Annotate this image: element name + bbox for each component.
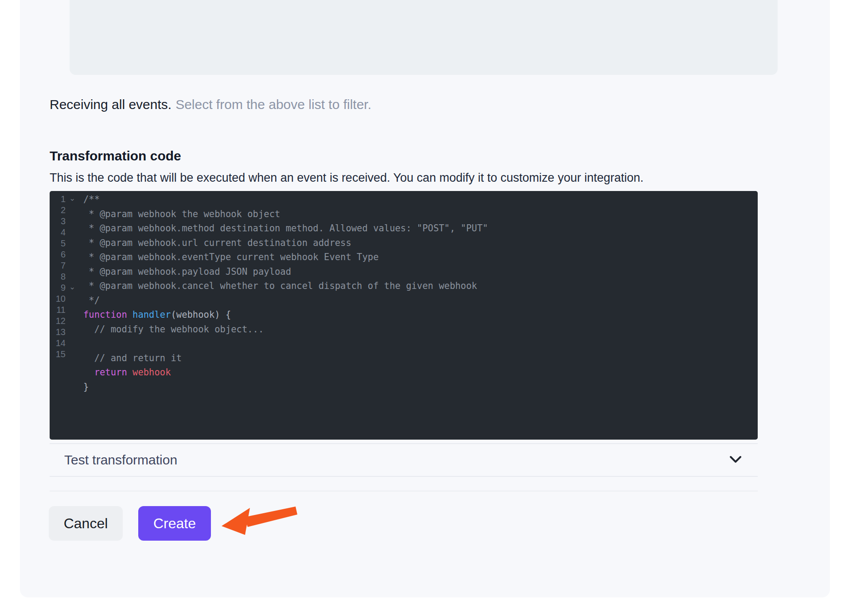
code-token: [127, 309, 132, 320]
code-token: * @param webhook.url current destination…: [83, 238, 351, 248]
code-line: }: [83, 380, 758, 394]
test-transformation-title: Test transformation: [64, 452, 177, 468]
events-status-strong: Receiving all events.: [50, 97, 171, 112]
events-status-muted: Select from the above list to filter.: [175, 97, 371, 112]
create-button[interactable]: Create: [138, 506, 211, 541]
code-line: [83, 336, 758, 351]
code-token: * @param webhook.cancel whether to cance…: [83, 281, 477, 291]
code-token: return: [94, 367, 127, 378]
code-token: * @param webhook.method destination meth…: [83, 223, 488, 234]
code-token: handler: [132, 309, 171, 320]
transformation-code-description: This is the code that will be executed w…: [50, 171, 643, 185]
code-line: * @param webhook.method destination meth…: [83, 221, 758, 236]
cancel-button[interactable]: Cancel: [49, 506, 123, 541]
code-token: }: [83, 382, 89, 392]
code-line: function handler(webhook) {: [83, 308, 758, 322]
divider-below-accordion: [50, 476, 758, 477]
events-status-line: Receiving all events.Select from the abo…: [50, 97, 371, 113]
code-token: [127, 367, 132, 378]
event-filter-panel: [70, 0, 778, 75]
code-token: * @param webhook the webhook object: [83, 209, 280, 219]
code-line: * @param webhook.eventType current webho…: [83, 250, 758, 265]
code-token: webhook: [132, 367, 171, 378]
transformation-code-title: Transformation code: [50, 148, 181, 164]
code-line: return webhook: [83, 365, 758, 380]
code-token: [83, 367, 94, 378]
code-line: // modify the webhook object...: [83, 322, 758, 337]
code-token: // and return it: [83, 353, 182, 363]
code-line: // and return it: [83, 351, 758, 366]
chevron-down-icon[interactable]: [728, 454, 744, 466]
code-editor[interactable]: 1⌄23456789⌄101112131415 /** * @param web…: [50, 191, 758, 440]
code-line: /**: [83, 192, 758, 207]
code-line: * @param webhook.cancel whether to cance…: [83, 279, 758, 293]
editor-code[interactable]: /** * @param webhook the webhook object …: [50, 192, 758, 394]
code-line: * @param webhook.payload JSON payload: [83, 265, 758, 279]
code-token: (webhook) {: [171, 309, 231, 320]
code-token: */: [83, 295, 100, 306]
test-transformation-header[interactable]: Test transformation: [50, 444, 758, 476]
code-line: */: [83, 293, 758, 308]
code-token: * @param webhook.eventType current webho…: [83, 252, 378, 262]
code-token: // modify the webhook object...: [83, 324, 264, 335]
code-token: * @param webhook.payload JSON payload: [83, 266, 291, 277]
code-token: function: [83, 309, 127, 320]
code-token: /**: [83, 194, 100, 205]
code-line: * @param webhook the webhook object: [83, 207, 758, 222]
code-line: * @param webhook.url current destination…: [83, 236, 758, 250]
divider-footer: [50, 491, 758, 491]
